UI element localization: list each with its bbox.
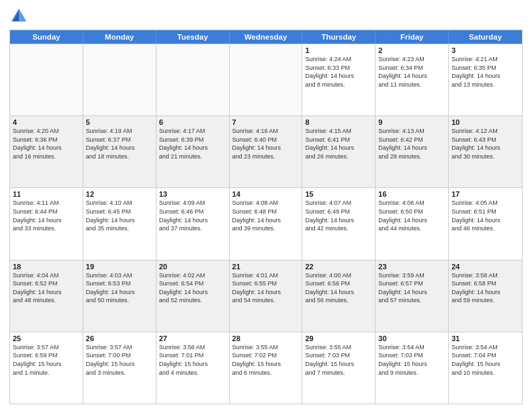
cell-line: and 21 minutes. (159, 152, 226, 161)
day-number: 28 (232, 334, 300, 342)
cal-cell-r0c6: 3Sunrise: 4:21 AMSunset: 6:35 PMDaylight… (449, 44, 522, 116)
cell-line: Sunset: 6:53 PM (86, 279, 153, 288)
cell-line: Daylight: 14 hours (159, 288, 226, 297)
day-number: 24 (451, 263, 519, 271)
cal-cell-r3c4: 22Sunrise: 4:00 AMSunset: 6:56 PMDayligh… (302, 261, 375, 332)
cal-header-sunday: Sunday (10, 30, 83, 44)
cal-cell-r0c3 (230, 44, 303, 116)
day-number: 30 (378, 334, 445, 342)
cell-line: and 54 minutes. (232, 296, 300, 305)
cell-line: Daylight: 14 hours (451, 216, 519, 225)
cell-line: Daylight: 14 hours (86, 216, 153, 225)
cell-line: Daylight: 15 hours (378, 360, 445, 369)
cal-row-0: 1Sunrise: 4:24 AMSunset: 6:33 PMDaylight… (10, 44, 522, 116)
cell-line: Sunrise: 4:20 AM (13, 127, 80, 136)
cell-line: and 48 minutes. (13, 296, 80, 305)
cell-line: Sunrise: 4:06 AM (378, 199, 445, 208)
calendar-body: 1Sunrise: 4:24 AMSunset: 6:33 PMDaylight… (10, 44, 522, 404)
cell-line: and 26 minutes. (305, 152, 372, 161)
cell-line: Daylight: 14 hours (13, 288, 80, 297)
svg-marker-2 (19, 9, 26, 21)
cell-line: Sunset: 6:41 PM (305, 136, 372, 144)
cell-line: Sunset: 6:58 PM (451, 279, 519, 288)
cal-cell-r4c4: 29Sunrise: 3:55 AMSunset: 7:03 PMDayligh… (302, 332, 375, 404)
cell-line: Sunset: 6:48 PM (232, 208, 300, 216)
cell-line: and 10 minutes. (451, 369, 519, 377)
cell-line: Daylight: 14 hours (305, 144, 372, 152)
cal-row-2: 11Sunrise: 4:11 AMSunset: 6:44 PMDayligh… (10, 187, 522, 259)
cell-line: Sunrise: 4:19 AM (86, 127, 153, 136)
day-number: 15 (305, 190, 372, 198)
cal-cell-r0c0 (10, 44, 83, 116)
day-number: 14 (232, 190, 300, 198)
cell-line: Sunset: 6:54 PM (159, 279, 226, 288)
day-number: 26 (86, 334, 153, 342)
cell-line: Sunset: 6:52 PM (13, 279, 80, 288)
day-number: 23 (378, 263, 445, 271)
cell-line: Sunrise: 4:15 AM (305, 127, 372, 136)
cell-line: Sunset: 6:50 PM (378, 208, 445, 216)
cell-line: and 3 minutes. (86, 369, 153, 377)
day-number: 2 (378, 46, 445, 54)
cal-cell-r3c5: 23Sunrise: 3:59 AMSunset: 6:57 PMDayligh… (375, 261, 449, 332)
cell-line: and 52 minutes. (159, 296, 226, 305)
cell-line: and 13 minutes. (451, 81, 519, 89)
cell-line: Sunrise: 4:23 AM (378, 55, 445, 64)
cal-cell-r0c1 (83, 44, 157, 116)
cell-line: Sunrise: 3:58 AM (451, 271, 519, 280)
cal-cell-r3c1: 19Sunrise: 4:03 AMSunset: 6:53 PMDayligh… (83, 261, 157, 332)
cell-line: Daylight: 14 hours (378, 72, 445, 81)
cell-line: and 37 minutes. (159, 224, 226, 233)
day-number: 10 (451, 118, 519, 126)
cal-header-thursday: Thursday (302, 30, 375, 44)
cell-line: Daylight: 14 hours (378, 216, 445, 225)
cell-line: Sunrise: 3:55 AM (305, 343, 372, 352)
cal-header-monday: Monday (83, 30, 157, 44)
cell-line: and 28 minutes. (378, 152, 445, 161)
cell-line: Sunset: 7:04 PM (451, 351, 519, 360)
cal-cell-r1c5: 9Sunrise: 4:13 AMSunset: 6:42 PMDaylight… (375, 116, 449, 187)
cell-line: and 35 minutes. (86, 224, 153, 233)
cell-line: Daylight: 14 hours (305, 72, 372, 81)
cell-line: Sunrise: 4:03 AM (86, 271, 153, 280)
cell-line: and 11 minutes. (378, 81, 445, 89)
header (9, 7, 523, 26)
cal-row-1: 4Sunrise: 4:20 AMSunset: 6:36 PMDaylight… (10, 116, 522, 187)
cell-line: Sunrise: 4:00 AM (305, 271, 372, 280)
cal-cell-r2c6: 17Sunrise: 4:05 AMSunset: 6:51 PMDayligh… (449, 188, 522, 259)
cell-line: Sunset: 6:34 PM (378, 64, 445, 73)
cell-line: Sunset: 6:55 PM (232, 279, 300, 288)
cell-line: and 1 minute. (13, 369, 80, 377)
day-number: 5 (86, 118, 153, 126)
cal-cell-r3c2: 20Sunrise: 4:02 AMSunset: 6:54 PMDayligh… (157, 261, 230, 332)
cell-line: Sunrise: 4:13 AM (378, 127, 445, 136)
cell-line: Daylight: 15 hours (159, 360, 226, 369)
cell-line: and 39 minutes. (232, 224, 300, 233)
cell-line: and 9 minutes. (378, 369, 445, 377)
cal-cell-r4c0: 25Sunrise: 3:57 AMSunset: 6:59 PMDayligh… (10, 332, 83, 404)
cell-line: and 33 minutes. (13, 224, 80, 233)
cell-line: Sunrise: 4:02 AM (159, 271, 226, 280)
cell-line: Sunrise: 4:07 AM (305, 199, 372, 208)
cell-line: Sunset: 6:49 PM (305, 208, 372, 216)
cell-line: Daylight: 14 hours (159, 144, 226, 152)
cal-cell-r1c3: 7Sunrise: 4:16 AMSunset: 6:40 PMDaylight… (230, 116, 303, 187)
cell-line: Daylight: 14 hours (305, 288, 372, 297)
cal-cell-r1c6: 10Sunrise: 4:12 AMSunset: 6:43 PMDayligh… (449, 116, 522, 187)
cell-line: Sunset: 6:43 PM (451, 136, 519, 144)
cell-line: Sunrise: 4:16 AM (232, 127, 300, 136)
cal-header-tuesday: Tuesday (157, 30, 230, 44)
cell-line: and 44 minutes. (378, 224, 445, 233)
logo-icon (9, 7, 28, 26)
cell-line: Daylight: 15 hours (232, 360, 300, 369)
cell-line: Sunrise: 4:08 AM (232, 199, 300, 208)
cell-line: Daylight: 15 hours (451, 360, 519, 369)
cell-line: Sunrise: 3:56 AM (159, 343, 226, 352)
cell-line: and 4 minutes. (159, 369, 226, 377)
cell-line: and 50 minutes. (86, 296, 153, 305)
day-number: 19 (86, 263, 153, 271)
day-number: 1 (305, 46, 372, 54)
cell-line: Sunrise: 4:09 AM (159, 199, 226, 208)
day-number: 4 (13, 118, 80, 126)
cell-line: Sunrise: 3:54 AM (451, 343, 519, 352)
